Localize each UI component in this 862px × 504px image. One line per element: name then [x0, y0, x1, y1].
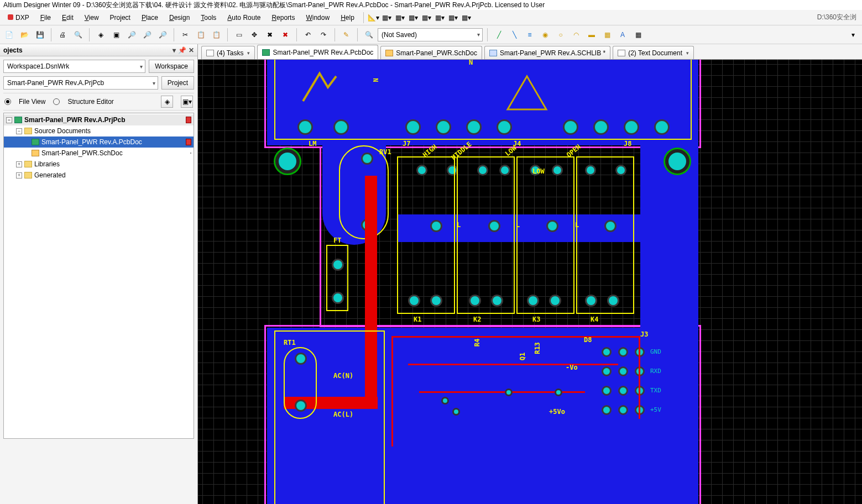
menu-tools[interactable]: Tools	[195, 12, 222, 24]
menu-help[interactable]: Help	[335, 12, 360, 24]
file-view-radio[interactable]	[4, 98, 11, 105]
tab-pcbdoc[interactable]: Smart-Panel_PWR Rev.A.PcbDoc	[257, 45, 378, 59]
workspace-button[interactable]: Workspace	[149, 60, 194, 73]
new-icon[interactable]: 📄	[2, 28, 15, 41]
label-l3: L	[575, 221, 579, 229]
tree-pcbdoc[interactable]: Smart-Panel_PWR Rev.A.PcbDoc	[4, 136, 194, 148]
pencil-icon[interactable]: ✎	[339, 28, 353, 41]
zoom-area-icon[interactable]: 🔎	[125, 28, 138, 41]
menu-view[interactable]: View	[79, 12, 105, 24]
toolbar-grid7-icon[interactable]: ▦▾	[460, 11, 473, 24]
route-track-icon[interactable]: ╱	[492, 28, 505, 41]
select-icon[interactable]: ▭	[232, 28, 245, 41]
deselect-icon[interactable]: ✖	[263, 28, 276, 41]
menu-design[interactable]: Design	[164, 12, 195, 24]
tab-text[interactable]: (2) Text Document▾	[613, 46, 694, 59]
panel-dropdown-icon[interactable]: ▾	[173, 46, 176, 54]
tab-schdoc[interactable]: Smart-Panel_PWR.SchDoc	[380, 46, 482, 59]
toolbar-grid5-icon[interactable]: ▦▾	[433, 11, 447, 24]
menu-project[interactable]: Project	[105, 12, 136, 24]
clear-icon[interactable]: ✖	[279, 28, 292, 41]
fill-icon[interactable]: ▬	[585, 28, 598, 41]
main-toolbar: 📄 📂 💾 🖨 🔍 ◈ ▣ 🔎 🔎 🔎 ✂ 📋 📋 ▭ ✥ ✖ ✖ ↶ ↷ ✎ …	[0, 25, 862, 44]
save-icon[interactable]: 💾	[33, 28, 46, 41]
tree-libraries[interactable]: + Libraries	[4, 159, 194, 170]
poly-icon[interactable]: ▦	[600, 28, 614, 41]
menu-autoroute[interactable]: Auto Route	[222, 12, 266, 24]
menu-dxp[interactable]: DXP	[2, 12, 35, 24]
expand-icon[interactable]: −	[6, 117, 12, 123]
component-icon[interactable]: ▦	[631, 28, 645, 41]
sch-file-icon	[385, 50, 393, 56]
title-bar: Altium Designer Winter 09 - D:\360安全浏览器下…	[0, 0, 862, 10]
open-icon[interactable]: 📂	[18, 28, 31, 41]
dropdown-icon[interactable]: ▾	[847, 28, 860, 41]
doc-icon	[190, 153, 191, 154]
toolbar-grid4-icon[interactable]: ▦▾	[420, 11, 433, 24]
label-acn: AC(N)	[333, 372, 353, 380]
sch-file-icon	[32, 150, 39, 156]
project-button[interactable]: Project	[161, 76, 194, 90]
doc-icon	[206, 50, 214, 56]
project-input[interactable]: Smart-Panel_PWR Rev.A.PrjPcb	[3, 76, 158, 90]
toolbar-grid3-icon[interactable]: ▦▾	[407, 11, 420, 24]
panel-close-icon[interactable]: ✕	[189, 46, 194, 54]
label-acl: AC(L)	[333, 411, 353, 418]
move-icon[interactable]: ✥	[248, 28, 261, 41]
menu-reports[interactable]: Reports	[266, 12, 300, 24]
structure-editor-radio[interactable]	[53, 98, 60, 105]
via-icon[interactable]: ○	[554, 28, 567, 41]
tab-tasks[interactable]: (4) Tasks▾	[201, 46, 255, 59]
undo-icon[interactable]: ↶	[301, 28, 315, 41]
label-q1: Q1	[519, 353, 526, 360]
pad-icon[interactable]: ◉	[539, 28, 552, 41]
menu-place[interactable]: Place	[136, 12, 164, 24]
label-k4: K4	[591, 316, 598, 323]
label-k1: K1	[414, 316, 421, 323]
label-j3: J3	[640, 330, 648, 338]
tree-schdoc[interactable]: Smart-Panel_PWR.SchDoc	[4, 148, 194, 159]
menu-edit[interactable]: Edit	[56, 12, 79, 24]
label-rxd: RXD	[650, 368, 661, 375]
panel-opt2-icon[interactable]: ▣▾	[181, 96, 193, 108]
pcb-canvas[interactable]: N N LM RV1 J7 J4 J8 HIGH MIDDLE LOW LOW …	[198, 60, 862, 504]
panel-opt1-icon[interactable]: ◈	[161, 96, 173, 108]
toolbar-grid1-icon[interactable]: ▦▾	[380, 11, 394, 24]
paste-icon[interactable]: 📋	[210, 28, 223, 41]
panel-pin-icon[interactable]: 📌	[178, 46, 186, 54]
string-icon[interactable]: A	[616, 28, 629, 41]
toolbar-align-icon[interactable]: 📐▾	[367, 11, 380, 24]
stack-icon[interactable]: ◈	[94, 28, 107, 41]
redo-icon[interactable]: ↷	[317, 28, 330, 41]
menu-file[interactable]: File	[35, 12, 56, 24]
browse-icon[interactable]: 🔍	[362, 28, 375, 41]
label-ft: FT	[333, 237, 341, 244]
arc-icon[interactable]: ◠	[570, 28, 583, 41]
filter-combo[interactable]: (Not Saved)	[378, 28, 483, 41]
menu-window[interactable]: Window	[300, 12, 335, 24]
tree-project-root[interactable]: − Smart-Panel_PWR Rev.A.PrjPcb	[4, 114, 194, 125]
zoom-sel-icon[interactable]: 🔎	[156, 28, 169, 41]
toolbar-grid6-icon[interactable]: ▦▾	[447, 11, 460, 24]
preview-icon[interactable]: 🔍	[71, 28, 85, 41]
workspace-input[interactable]: Workspace1.DsnWrk	[3, 60, 145, 73]
copy-icon[interactable]: 📋	[194, 28, 207, 41]
route-multi-icon[interactable]: ≡	[523, 28, 536, 41]
project-tree[interactable]: − Smart-Panel_PWR Rev.A.PrjPcb − Source …	[3, 113, 194, 439]
route-diff-icon[interactable]: ╲	[508, 28, 521, 41]
print-icon[interactable]: 🖨	[56, 28, 69, 41]
expand-icon[interactable]: +	[16, 161, 22, 167]
tree-generated[interactable]: + Generated	[4, 170, 194, 181]
zoom-fit-icon[interactable]: 🔎	[140, 28, 154, 41]
tree-source-docs[interactable]: − Source Documents	[4, 125, 194, 136]
toolbar-grid2-icon[interactable]: ▦▾	[394, 11, 407, 24]
label-l2: L	[516, 221, 520, 229]
expand-icon[interactable]: −	[16, 128, 22, 134]
layers-icon[interactable]: ▣	[109, 28, 123, 41]
svg-marker-0	[508, 76, 546, 109]
modified-icon	[186, 117, 191, 123]
tab-schlib[interactable]: Smart-Panel_PWR Rev.A.SCHLIB *	[484, 46, 610, 59]
label-j8: J8	[624, 140, 631, 148]
cut-icon[interactable]: ✂	[179, 28, 192, 41]
expand-icon[interactable]: +	[16, 172, 22, 179]
